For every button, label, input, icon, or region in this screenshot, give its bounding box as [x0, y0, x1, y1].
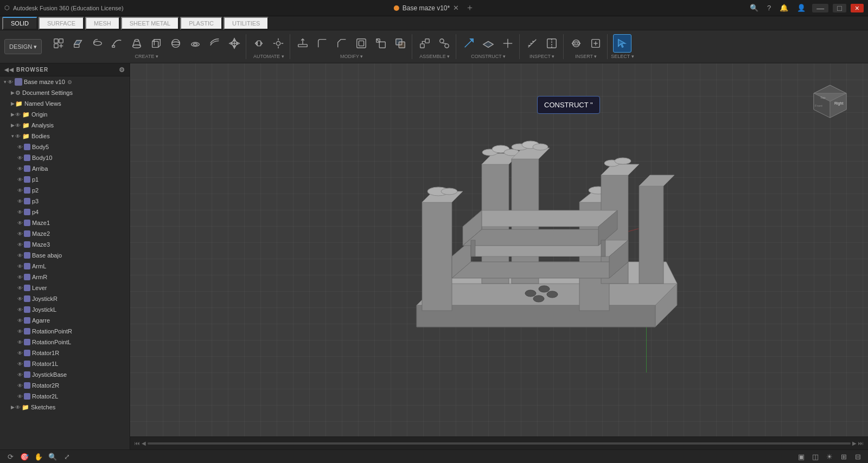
wireframe-icon[interactable]: ◫: [809, 451, 821, 463]
browser-item-base-abajo[interactable]: 👁 Base abajo: [0, 250, 130, 261]
help-icon[interactable]: ?: [765, 4, 773, 12]
loft-button[interactable]: [127, 34, 146, 53]
browser-item-origin[interactable]: ▶ 👁 📁 Origin: [0, 109, 130, 120]
rotator2r-eye[interactable]: 👁: [17, 383, 23, 389]
browser-item-maze2[interactable]: 👁 Maze2: [0, 228, 130, 239]
timeline-track[interactable]: [148, 442, 851, 445]
minimize-button[interactable]: —: [812, 4, 828, 12]
browser-item-rotator2l[interactable]: 👁 Rotator2L: [0, 391, 130, 402]
browser-item-armr[interactable]: 👁 ArmR: [0, 272, 130, 282]
create-label[interactable]: CREATE ▾: [135, 54, 158, 59]
browser-item-agarre[interactable]: 👁 Agarre: [0, 315, 130, 326]
browser-item-joystickr[interactable]: 👁 JoystickR: [0, 293, 130, 304]
bodies-expand[interactable]: ▾: [10, 133, 15, 139]
maximize-button[interactable]: □: [833, 4, 846, 12]
browser-item-bodies[interactable]: ▾ 👁 📁 Bodies: [0, 131, 130, 142]
chamfer-button[interactable]: [333, 34, 351, 53]
press-pull-button[interactable]: [293, 34, 312, 53]
design-button[interactable]: DESIGN ▾: [4, 39, 42, 54]
browser-item-rotation-point-r[interactable]: 👁 RotationPointR: [0, 326, 130, 337]
browser-item-p4[interactable]: 👁 p4: [0, 207, 130, 217]
box-button[interactable]: [147, 34, 165, 53]
browser-item-joystickl[interactable]: 👁 JoystickL: [0, 304, 130, 315]
browser-item-root[interactable]: ▾ 👁 Base maze v10 ⚙: [0, 76, 130, 87]
armr-eye[interactable]: 👁: [17, 274, 23, 280]
automate-btn2[interactable]: [269, 34, 288, 53]
root-expand-icon[interactable]: ▾: [2, 79, 8, 85]
browser-settings-icon[interactable]: ⚙: [119, 66, 125, 74]
browser-item-rotator1l[interactable]: 👁 Rotator1L: [0, 358, 130, 369]
p4-eye[interactable]: 👁: [17, 209, 23, 215]
construct-plane-btn[interactable]: [479, 34, 497, 53]
sketches-expand[interactable]: ▶: [10, 404, 15, 410]
maze1-eye[interactable]: 👁: [17, 220, 23, 226]
display-mode-icon[interactable]: ▣: [795, 451, 807, 463]
assemble-btn2[interactable]: [435, 34, 454, 53]
maze2-eye[interactable]: 👁: [17, 231, 23, 237]
lever-eye[interactable]: 👁: [17, 285, 23, 291]
automate-label[interactable]: AUTOMATE ▾: [253, 54, 284, 59]
scale-button[interactable]: [372, 34, 390, 53]
browser-item-sketches[interactable]: ▶ 👁 📁 Sketches: [0, 402, 130, 413]
construct-btn1[interactable]: [459, 34, 478, 53]
assemble-btn1[interactable]: [416, 34, 434, 53]
close-tab-icon[interactable]: ✕: [453, 4, 459, 12]
arriba-eye[interactable]: 👁: [17, 166, 23, 172]
browser-item-arriba[interactable]: 👁 Arriba: [0, 163, 130, 174]
analysis-eye[interactable]: 👁: [15, 123, 21, 128]
base-abajo-eye[interactable]: 👁: [17, 253, 23, 259]
modify-label[interactable]: MODIFY ▾: [340, 54, 363, 59]
insert-label[interactable]: INSERT ▾: [575, 54, 597, 59]
zoom-icon[interactable]: 🔍: [47, 451, 59, 463]
joystick-base-eye[interactable]: 👁: [17, 372, 23, 378]
rotator1r-eye[interactable]: 👁: [17, 350, 23, 356]
browser-item-p2[interactable]: 👁 p2: [0, 185, 130, 196]
body5-eye[interactable]: 👁: [17, 144, 23, 150]
sphere-button[interactable]: [167, 34, 185, 53]
timeline-prev[interactable]: ◀: [142, 440, 146, 446]
tab-plastic[interactable]: PLASTIC: [180, 17, 222, 30]
move-button[interactable]: [225, 34, 244, 53]
new-component-button[interactable]: [49, 34, 68, 53]
rotator2l-eye[interactable]: 👁: [17, 394, 23, 400]
tab-solid[interactable]: SOLID: [2, 17, 37, 30]
add-tab-icon[interactable]: ＋: [465, 2, 474, 14]
root-eye[interactable]: 👁: [8, 79, 13, 85]
fillet-button[interactable]: [313, 34, 331, 53]
browser-item-p1[interactable]: 👁 p1: [0, 174, 130, 185]
timeline-next[interactable]: ▶: [852, 440, 857, 446]
measure-button[interactable]: [523, 34, 541, 53]
browser-item-named-views[interactable]: ▶ 📁 Named Views: [0, 98, 130, 109]
rotation-point-r-eye[interactable]: 👁: [17, 329, 23, 335]
rotation-point-l-eye[interactable]: 👁: [17, 339, 23, 345]
p1-eye[interactable]: 👁: [17, 177, 23, 183]
origin-eye[interactable]: 👁: [15, 112, 21, 118]
tab-surface[interactable]: SURFACE: [39, 17, 84, 30]
rotator1l-eye[interactable]: 👁: [17, 361, 23, 367]
sweep-button[interactable]: [108, 34, 126, 53]
browser-item-maze1[interactable]: 👁 Maze1: [0, 217, 130, 228]
account-icon[interactable]: 👤: [795, 4, 808, 12]
browser-collapse-icon[interactable]: ◀◀: [4, 67, 14, 73]
named-views-expand[interactable]: ▶: [10, 101, 15, 106]
browser-item-body5[interactable]: 👁 Body5: [0, 142, 130, 152]
timeline-icon[interactable]: ⏮: [135, 440, 140, 446]
assemble-label[interactable]: ASSEMBLE ▾: [419, 54, 450, 59]
section-analysis-button[interactable]: [542, 34, 561, 53]
origin-expand[interactable]: ▶: [10, 112, 15, 117]
view-options-icon[interactable]: ⊟: [852, 451, 864, 463]
tab-sheet-metal[interactable]: SHEET METAL: [121, 17, 179, 30]
grid-options-icon[interactable]: ⊞: [838, 451, 850, 463]
extrude-button[interactable]: [69, 34, 87, 53]
p3-eye[interactable]: 👁: [17, 198, 23, 204]
look-at-icon[interactable]: 🎯: [18, 451, 30, 463]
joystickl-eye[interactable]: 👁: [17, 307, 23, 313]
pipe-button[interactable]: [206, 34, 224, 53]
browser-item-analysis[interactable]: ▶ 👁 📁 Analysis: [0, 120, 130, 131]
pan-icon[interactable]: ✋: [33, 451, 44, 463]
browser-item-rotator1r[interactable]: 👁 Rotator1R: [0, 348, 130, 358]
nav-cube[interactable]: Right Top Front: [808, 80, 852, 123]
browser-item-rotator2r[interactable]: 👁 Rotator2R: [0, 380, 130, 391]
root-settings-icon[interactable]: ⚙: [67, 79, 72, 85]
browser-item-doc-settings[interactable]: ▶ ⚙ Document Settings: [0, 87, 130, 98]
